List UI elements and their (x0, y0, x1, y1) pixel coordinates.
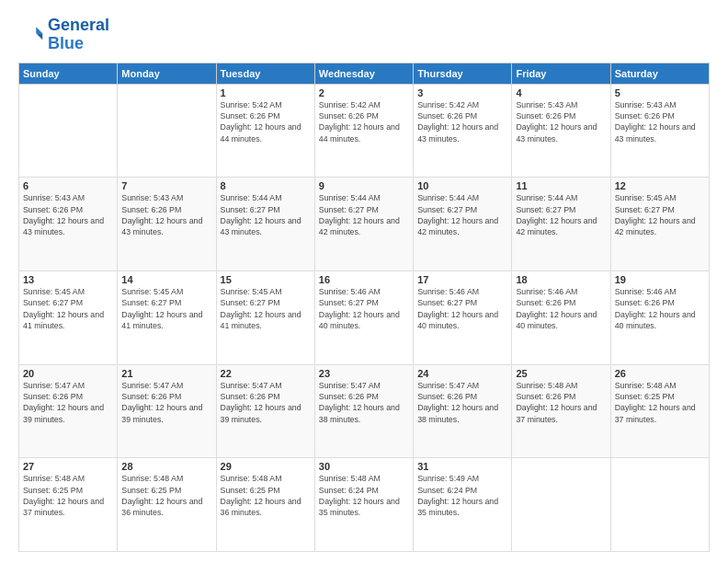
day-info: Sunrise: 5:43 AMSunset: 6:26 PMDaylight:… (23, 192, 113, 237)
day-info: Sunrise: 5:47 AMSunset: 6:26 PMDaylight:… (221, 380, 311, 425)
day-info: Sunrise: 5:46 AMSunset: 6:27 PMDaylight:… (319, 286, 409, 331)
day-info: Sunrise: 5:43 AMSunset: 6:26 PMDaylight:… (121, 192, 211, 237)
day-number: 11 (516, 180, 606, 191)
day-number: 12 (615, 180, 705, 191)
day-number: 28 (121, 461, 211, 472)
day-info: Sunrise: 5:47 AMSunset: 6:26 PMDaylight:… (23, 380, 113, 425)
calendar-cell: 15Sunrise: 5:45 AMSunset: 6:27 PMDayligh… (216, 270, 314, 364)
day-number: 1 (221, 87, 311, 98)
calendar-cell: 19Sunrise: 5:46 AMSunset: 6:26 PMDayligh… (610, 270, 709, 364)
day-info: Sunrise: 5:42 AMSunset: 6:26 PMDaylight:… (221, 99, 311, 144)
calendar-cell: 27Sunrise: 5:48 AMSunset: 6:25 PMDayligh… (19, 458, 118, 552)
calendar-week-4: 20Sunrise: 5:47 AMSunset: 6:26 PMDayligh… (19, 364, 710, 458)
calendar-cell: 9Sunrise: 5:44 AMSunset: 6:27 PMDaylight… (314, 178, 413, 271)
calendar-cell: 6Sunrise: 5:43 AMSunset: 6:26 PMDaylight… (19, 178, 118, 271)
day-info: Sunrise: 5:48 AMSunset: 6:25 PMDaylight:… (23, 473, 113, 518)
day-number: 25 (516, 368, 606, 379)
logo: General Blue (18, 17, 109, 53)
day-info: Sunrise: 5:47 AMSunset: 6:26 PMDaylight:… (121, 380, 211, 425)
day-info: Sunrise: 5:45 AMSunset: 6:27 PMDaylight:… (23, 286, 113, 331)
calendar-cell: 7Sunrise: 5:43 AMSunset: 6:26 PMDaylight… (118, 178, 216, 271)
calendar-week-2: 6Sunrise: 5:43 AMSunset: 6:26 PMDaylight… (19, 178, 710, 271)
day-number: 13 (23, 274, 113, 285)
day-info: Sunrise: 5:45 AMSunset: 6:27 PMDaylight:… (221, 286, 311, 331)
day-info: Sunrise: 5:48 AMSunset: 6:25 PMDaylight:… (615, 380, 705, 425)
day-info: Sunrise: 5:44 AMSunset: 6:27 PMDaylight:… (319, 192, 409, 237)
day-number: 18 (516, 274, 606, 285)
day-number: 4 (516, 87, 606, 98)
day-number: 23 (319, 368, 409, 379)
day-info: Sunrise: 5:48 AMSunset: 6:25 PMDaylight:… (121, 473, 211, 518)
day-number: 26 (615, 368, 705, 379)
calendar-week-3: 13Sunrise: 5:45 AMSunset: 6:27 PMDayligh… (19, 270, 710, 364)
day-info: Sunrise: 5:45 AMSunset: 6:27 PMDaylight:… (121, 286, 211, 331)
calendar-cell: 5Sunrise: 5:43 AMSunset: 6:26 PMDaylight… (610, 84, 709, 178)
day-number: 29 (221, 461, 311, 472)
day-number: 3 (417, 87, 507, 98)
day-number: 14 (121, 274, 211, 285)
day-header-thursday: Thursday (414, 63, 512, 84)
calendar-week-5: 27Sunrise: 5:48 AMSunset: 6:25 PMDayligh… (19, 458, 710, 552)
day-number: 24 (417, 368, 507, 379)
calendar-cell: 26Sunrise: 5:48 AMSunset: 6:25 PMDayligh… (610, 364, 709, 458)
day-info: Sunrise: 5:43 AMSunset: 6:26 PMDaylight:… (516, 99, 606, 144)
calendar-cell: 23Sunrise: 5:47 AMSunset: 6:26 PMDayligh… (314, 364, 413, 458)
day-header-sunday: Sunday (19, 63, 118, 84)
day-number: 21 (121, 368, 211, 379)
day-info: Sunrise: 5:44 AMSunset: 6:27 PMDaylight:… (417, 192, 507, 237)
day-info: Sunrise: 5:43 AMSunset: 6:26 PMDaylight:… (615, 99, 705, 144)
day-header-saturday: Saturday (610, 63, 709, 84)
svg-marker-1 (36, 33, 42, 40)
day-number: 7 (121, 180, 211, 191)
calendar-cell: 3Sunrise: 5:42 AMSunset: 6:26 PMDaylight… (414, 84, 512, 178)
day-header-tuesday: Tuesday (216, 63, 314, 84)
calendar-cell: 29Sunrise: 5:48 AMSunset: 6:25 PMDayligh… (216, 458, 314, 552)
calendar-table: SundayMondayTuesdayWednesdayThursdayFrid… (18, 63, 710, 552)
day-number: 15 (221, 274, 311, 285)
calendar-cell: 30Sunrise: 5:48 AMSunset: 6:24 PMDayligh… (314, 458, 413, 552)
day-number: 16 (319, 274, 409, 285)
calendar-cell: 17Sunrise: 5:46 AMSunset: 6:27 PMDayligh… (414, 270, 512, 364)
day-number: 27 (23, 461, 113, 472)
day-number: 19 (615, 274, 705, 285)
day-info: Sunrise: 5:47 AMSunset: 6:26 PMDaylight:… (417, 380, 507, 425)
calendar-cell: 28Sunrise: 5:48 AMSunset: 6:25 PMDayligh… (118, 458, 216, 552)
day-number: 22 (221, 368, 311, 379)
calendar-cell: 11Sunrise: 5:44 AMSunset: 6:27 PMDayligh… (512, 178, 610, 271)
day-number: 8 (221, 180, 311, 191)
calendar-cell (610, 458, 709, 552)
calendar-cell (118, 84, 216, 178)
calendar-cell: 10Sunrise: 5:44 AMSunset: 6:27 PMDayligh… (414, 178, 512, 271)
calendar-cell: 2Sunrise: 5:42 AMSunset: 6:26 PMDaylight… (314, 84, 413, 178)
calendar-cell: 14Sunrise: 5:45 AMSunset: 6:27 PMDayligh… (118, 270, 216, 364)
day-header-friday: Friday (512, 63, 610, 84)
calendar-cell: 12Sunrise: 5:45 AMSunset: 6:27 PMDayligh… (610, 178, 709, 271)
calendar-cell: 18Sunrise: 5:46 AMSunset: 6:26 PMDayligh… (512, 270, 610, 364)
calendar-cell: 25Sunrise: 5:48 AMSunset: 6:26 PMDayligh… (512, 364, 610, 458)
calendar-cell (19, 84, 118, 178)
day-info: Sunrise: 5:46 AMSunset: 6:26 PMDaylight:… (615, 286, 705, 331)
calendar-cell: 21Sunrise: 5:47 AMSunset: 6:26 PMDayligh… (118, 364, 216, 458)
svg-marker-0 (36, 27, 42, 33)
calendar-cell (512, 458, 610, 552)
day-number: 31 (417, 461, 507, 472)
day-number: 30 (319, 461, 409, 472)
calendar-cell: 4Sunrise: 5:43 AMSunset: 6:26 PMDaylight… (512, 84, 610, 178)
header: General Blue (18, 17, 710, 53)
day-info: Sunrise: 5:48 AMSunset: 6:25 PMDaylight:… (221, 473, 311, 518)
day-number: 5 (615, 87, 705, 98)
logo-icon (18, 22, 44, 48)
day-number: 17 (417, 274, 507, 285)
page: General Blue SundayMondayTuesdayWednesda… (0, 0, 728, 563)
day-info: Sunrise: 5:42 AMSunset: 6:26 PMDaylight:… (319, 99, 409, 144)
day-info: Sunrise: 5:44 AMSunset: 6:27 PMDaylight:… (516, 192, 606, 237)
day-number: 2 (319, 87, 409, 98)
day-number: 9 (319, 180, 409, 191)
calendar-cell: 20Sunrise: 5:47 AMSunset: 6:26 PMDayligh… (19, 364, 118, 458)
day-info: Sunrise: 5:49 AMSunset: 6:24 PMDaylight:… (417, 473, 507, 518)
day-info: Sunrise: 5:47 AMSunset: 6:26 PMDaylight:… (319, 380, 409, 425)
day-info: Sunrise: 5:46 AMSunset: 6:26 PMDaylight:… (516, 286, 606, 331)
calendar-cell: 1Sunrise: 5:42 AMSunset: 6:26 PMDaylight… (216, 84, 314, 178)
day-number: 10 (417, 180, 507, 191)
calendar-cell: 31Sunrise: 5:49 AMSunset: 6:24 PMDayligh… (414, 458, 512, 552)
